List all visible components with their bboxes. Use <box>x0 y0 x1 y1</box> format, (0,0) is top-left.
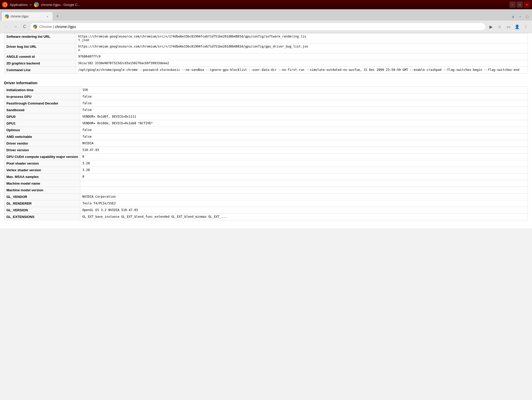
minimize-window-button[interactable]: − <box>517 14 523 20</box>
forward-button[interactable]: → <box>11 23 19 31</box>
row-value: VENDOR= 0x10de, DEVICE=0x1eb8 *ACTIVE* <box>80 120 528 127</box>
table-row: Initialization time156 <box>4 87 528 93</box>
address-site: Chrome <box>39 25 52 29</box>
bookmark-button[interactable]: ☆ <box>496 23 504 31</box>
table-row: Sandboxedfalse <box>4 107 528 113</box>
table-row: Passthrough Command Decoderfalse <box>4 100 528 107</box>
tab-bar: chrome://gpu × + ∨ − □ <box>0 9 532 21</box>
row-label: Machine model name <box>4 180 80 187</box>
new-tab-button[interactable]: + <box>54 13 61 20</box>
row-value: 156 <box>80 87 528 93</box>
row-value: 8 <box>80 174 528 180</box>
row-label: Initialization time <box>4 87 80 93</box>
table-row: Machine model version <box>4 187 528 194</box>
row-label: ANGLE commit id <box>4 53 76 60</box>
row-label: Max. MSAA samples <box>4 174 80 180</box>
row-label: GL_EXTENSIONS <box>4 214 80 220</box>
table-row: Optimusfalse <box>4 127 528 134</box>
row-label: Sandboxed <box>4 107 80 113</box>
row-value: /opt/google/chrome/google-chrome --passw… <box>76 67 528 73</box>
row-label: Driver vendor <box>4 140 80 147</box>
row-label: GL_VERSION <box>4 207 80 214</box>
table-row: GPU0VENDOR= 0x1d0f, DEVICE=0x1111 <box>4 113 528 120</box>
row-value: OpenGL ES 3.2 NVIDIA 510.47.03 <box>80 207 528 214</box>
row-label: Optimus <box>4 127 80 134</box>
table-row: GL_VENDORNVIDIA Corporation <box>4 194 528 200</box>
app-menu-label[interactable]: Applications <box>10 3 28 7</box>
row-value: VENDOR= 0x1d0f, DEVICE=0x1111 <box>80 113 528 120</box>
table-row: Driver vendorNVIDIA <box>4 140 528 147</box>
reload-button[interactable]: C <box>21 23 29 31</box>
address-path: chrome://gpu <box>55 25 76 29</box>
maximize-window-button[interactable]: □ <box>524 14 530 20</box>
menu-button[interactable]: ⋮ <box>522 23 530 31</box>
nav-bar: ← → C Chrome | chrome://gpu ▶ ☆ ▭ 👤 ⋮ <box>0 21 532 33</box>
back-button[interactable]: ← <box>2 23 10 31</box>
row-label: 2D graphics backend <box>4 60 76 67</box>
tab-close-button[interactable]: × <box>45 14 50 18</box>
row-label: Vertex shader version <box>4 167 80 174</box>
section-heading: Driver Information <box>4 78 528 87</box>
table-row: GPU1VENDOR= 0x10de, DEVICE=0x1eb8 *ACTIV… <box>4 120 528 127</box>
table-row: GL_VERSIONOpenGL ES 3.2 NVIDIA 510.47.03 <box>4 207 528 214</box>
row-value: https://chromium.googlesource.com/chromi… <box>76 33 528 43</box>
minimize-button[interactable]: − <box>509 2 516 8</box>
table-row: GPU CUDA compute capability major versio… <box>4 154 528 160</box>
window-title: chrome://gpu - Google C... <box>41 3 80 7</box>
table-row: Command Line/opt/google/chrome/google-ch… <box>4 67 528 73</box>
title-separator: ≡ <box>30 3 32 7</box>
nav-right-buttons: ▶ ☆ ▭ 👤 ⋮ <box>487 23 530 31</box>
table-row: Max. MSAA samples8 <box>4 174 528 180</box>
table-row: AMD switchablefalse <box>4 134 528 140</box>
row-label: GL_VENDOR <box>4 194 80 200</box>
row-value: 510.47.03 <box>80 147 528 154</box>
table-row: GL_RENDERERTesla T4/PCIe/SSE2 <box>4 200 528 207</box>
row-value <box>80 180 528 187</box>
maximize-button[interactable]: □ <box>517 2 523 8</box>
row-label: Software rendering list URL <box>4 33 76 43</box>
tab-list-button[interactable]: ∨ <box>510 14 516 20</box>
chrome-favicon-icon <box>34 2 39 7</box>
table-row: Driver version510.47.03 <box>4 147 528 154</box>
row-value: NVIDIA Corporation <box>80 194 528 200</box>
screenshot-button[interactable]: ▭ <box>504 23 513 31</box>
title-bar: ◯ Applications ≡ chrome://gpu - Google C… <box>0 0 532 9</box>
tab-favicon-icon <box>5 14 9 18</box>
row-label: Command Line <box>4 67 76 73</box>
extensions-button[interactable]: ▶ <box>487 23 495 31</box>
address-favicon-icon <box>33 25 37 29</box>
row-value: false <box>80 93 528 100</box>
row-label: Driver bug list URL <box>4 43 76 53</box>
row-value: Tesla T4/PCIe/SSE2 <box>80 200 528 207</box>
row-label: Pixel shader version <box>4 160 80 167</box>
row-label: In-process GPU <box>4 93 80 100</box>
table-row: 2D graphics backendSkia/102 3338e9070732… <box>4 60 528 67</box>
close-button[interactable]: × <box>524 2 530 8</box>
row-value: false <box>80 107 528 113</box>
table-row: Vertex shader version3.20 <box>4 167 528 174</box>
row-value: Skia/102 3338e90707323d2cd3a150276acb9f3… <box>76 60 528 67</box>
address-text: Chrome | chrome://gpu <box>39 25 76 29</box>
row-value: 3.20 <box>80 160 528 167</box>
row-value: false <box>80 127 528 134</box>
profile-button[interactable]: 👤 <box>513 23 521 31</box>
tab-title: chrome://gpu <box>11 15 44 18</box>
row-label: Passthrough Command Decoder <box>4 100 80 107</box>
row-value: 3.20 <box>80 167 528 174</box>
ubuntu-logo-icon[interactable]: ◯ <box>2 2 8 7</box>
info-table: Software rendering list URLhttps://chrom… <box>4 33 528 73</box>
tab-bar-right: ∨ − □ <box>510 14 530 20</box>
row-label: Driver version <box>4 147 80 154</box>
table-row: Pixel shader version3.20 <box>4 160 528 167</box>
row-value: false <box>80 100 528 107</box>
address-bar[interactable]: Chrome | chrome://gpu <box>30 23 486 31</box>
row-value: 9768648fffc9 <box>76 53 528 60</box>
table-row: Driver bug list URLhttps://chromium.goog… <box>4 43 528 53</box>
row-label: AMD switchable <box>4 134 80 140</box>
active-tab[interactable]: chrome://gpu × <box>2 12 53 21</box>
row-label: GL_RENDERER <box>4 200 80 207</box>
row-value: https://chromium.googlesource.com/chromi… <box>76 43 528 53</box>
window-controls: − □ × <box>509 2 530 8</box>
table-row: GL_EXTENSIONSGL_EXT_base_instance GL_EXT… <box>4 214 528 220</box>
row-value: false <box>80 134 528 140</box>
